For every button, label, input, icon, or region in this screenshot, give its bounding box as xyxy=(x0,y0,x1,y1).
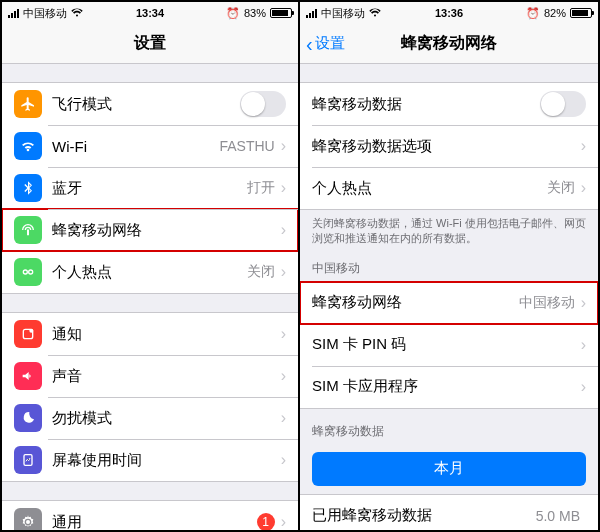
page-title: 设置 xyxy=(134,33,166,54)
chevron-right-icon: › xyxy=(281,409,286,427)
row-detail: 打开 xyxy=(247,179,275,197)
dnd-icon xyxy=(14,404,42,432)
row-detail: 中国移动 xyxy=(519,294,575,312)
status-bar: 中国移动 13:34 ⏰ 83% xyxy=(2,2,298,24)
row-label: 屏幕使用时间 xyxy=(52,451,142,470)
group-footer: 关闭蜂窝移动数据，通过 Wi-Fi 使用包括电子邮件、网页浏览和推送通知在内的所… xyxy=(300,210,598,246)
row-used-data[interactable]: 已用蜂窝移动数据 5.0 MB xyxy=(300,495,598,530)
sound-icon xyxy=(14,362,42,390)
row-general[interactable]: 通用 1 › xyxy=(2,501,298,530)
row-label: 个人热点 xyxy=(52,263,112,282)
chevron-right-icon: › xyxy=(281,325,286,343)
chevron-right-icon: › xyxy=(581,137,586,155)
chevron-right-icon: › xyxy=(281,513,286,530)
cellular-data-toggle[interactable] xyxy=(540,91,586,117)
hotspot-icon xyxy=(14,258,42,286)
chevron-right-icon: › xyxy=(281,451,286,469)
row-detail: FASTHU xyxy=(219,138,274,154)
chevron-right-icon: › xyxy=(281,137,286,155)
clock-label: 13:34 xyxy=(2,7,298,19)
row-label: 飞行模式 xyxy=(52,95,112,114)
cellular-group-1: 蜂窝移动数据 蜂窝移动数据选项 › 个人热点 关闭 › xyxy=(300,82,598,210)
svg-point-3 xyxy=(29,329,33,333)
row-notifications[interactable]: 通知 › xyxy=(2,313,298,355)
row-label: 声音 xyxy=(52,367,82,386)
row-label: 已用蜂窝移动数据 xyxy=(312,506,432,525)
section-header-carrier: 中国移动 xyxy=(300,246,598,281)
nav-bar: 设置 xyxy=(2,24,298,64)
cellular-group-3: 已用蜂窝移动数据 5.0 MB 漫游 0 字节 › 系统服务 4.5 MB xyxy=(300,494,598,530)
back-button[interactable]: ‹ 设置 xyxy=(306,34,345,54)
clock-label: 13:36 xyxy=(300,7,598,19)
row-label: SIM 卡应用程序 xyxy=(312,377,418,396)
row-detail: 关闭 xyxy=(247,263,275,281)
row-sound[interactable]: 声音 › xyxy=(2,355,298,397)
settings-group-2: 通知 › 声音 › 勿扰模式 › 屏幕使用时间 › xyxy=(2,312,298,482)
row-detail: 关闭 xyxy=(547,179,575,197)
row-label: SIM 卡 PIN 码 xyxy=(312,335,406,354)
row-label: 蜂窝移动数据 xyxy=(312,95,402,114)
row-cellular-data[interactable]: 蜂窝移动数据 xyxy=(300,83,598,125)
nav-bar: ‹ 设置 蜂窝移动网络 xyxy=(300,24,598,64)
row-detail: 5.0 MB xyxy=(536,508,580,524)
notifications-icon xyxy=(14,320,42,348)
airplane-icon xyxy=(14,90,42,118)
chevron-right-icon: › xyxy=(581,336,586,354)
chevron-right-icon: › xyxy=(581,179,586,197)
row-wifi[interactable]: Wi-Fi FASTHU › xyxy=(2,125,298,167)
row-sim-apps[interactable]: SIM 卡应用程序 › xyxy=(300,366,598,408)
row-cellular-options[interactable]: 蜂窝移动数据选项 › xyxy=(300,125,598,167)
row-label: Wi-Fi xyxy=(52,138,87,155)
period-label: 本月 xyxy=(434,459,464,478)
row-airplane-mode[interactable]: 飞行模式 xyxy=(2,83,298,125)
row-label: 蜂窝移动网络 xyxy=(312,293,402,312)
row-label: 蜂窝移动数据选项 xyxy=(312,137,432,156)
section-header-data: 蜂窝移动数据 xyxy=(300,409,598,444)
cellular-group-2: 蜂窝移动网络 中国移动 › SIM 卡 PIN 码 › SIM 卡应用程序 › xyxy=(300,281,598,409)
chevron-right-icon: › xyxy=(281,221,286,239)
back-label: 设置 xyxy=(315,34,345,53)
chevron-left-icon: ‹ xyxy=(306,34,313,54)
current-period-button[interactable]: 本月 xyxy=(312,452,586,486)
row-label: 通用 xyxy=(52,513,82,531)
wifi-settings-icon xyxy=(14,132,42,160)
row-bluetooth[interactable]: 蓝牙 打开 › xyxy=(2,167,298,209)
row-sim-pin[interactable]: SIM 卡 PIN 码 › xyxy=(300,324,598,366)
page-title: 蜂窝移动网络 xyxy=(401,33,497,54)
svg-point-1 xyxy=(29,270,33,274)
row-label: 通知 xyxy=(52,325,82,344)
row-cellular[interactable]: 蜂窝移动网络 › xyxy=(2,209,298,251)
left-phone: 中国移动 13:34 ⏰ 83% 设置 飞行模式 xyxy=(2,2,300,530)
row-label: 蓝牙 xyxy=(52,179,82,198)
svg-point-5 xyxy=(26,520,30,524)
cellular-icon xyxy=(14,216,42,244)
chevron-right-icon: › xyxy=(581,378,586,396)
airplane-toggle[interactable] xyxy=(240,91,286,117)
row-dnd[interactable]: 勿扰模式 › xyxy=(2,397,298,439)
chevron-right-icon: › xyxy=(281,179,286,197)
gear-icon xyxy=(14,508,42,530)
settings-group-1: 飞行模式 Wi-Fi FASTHU › 蓝牙 打开 › xyxy=(2,82,298,294)
row-label: 个人热点 xyxy=(312,179,372,198)
row-screentime[interactable]: 屏幕使用时间 › xyxy=(2,439,298,481)
screentime-icon xyxy=(14,446,42,474)
badge: 1 xyxy=(257,513,275,530)
row-hotspot[interactable]: 个人热点 关闭 › xyxy=(2,251,298,293)
row-label: 蜂窝移动网络 xyxy=(52,221,142,240)
battery-icon xyxy=(570,8,592,18)
row-cellular-network[interactable]: 蜂窝移动网络 中国移动 › xyxy=(300,282,598,324)
bluetooth-icon xyxy=(14,174,42,202)
svg-point-0 xyxy=(23,270,27,274)
status-bar: 中国移动 13:36 ⏰ 82% xyxy=(300,2,598,24)
settings-group-3: 通用 1 › 控制中心 › xyxy=(2,500,298,530)
right-phone: 中国移动 13:36 ⏰ 82% ‹ 设置 蜂窝移动网络 蜂窝移动数据 xyxy=(300,2,598,530)
chevron-right-icon: › xyxy=(581,294,586,312)
row-personal-hotspot[interactable]: 个人热点 关闭 › xyxy=(300,167,598,209)
battery-icon xyxy=(270,8,292,18)
chevron-right-icon: › xyxy=(281,263,286,281)
chevron-right-icon: › xyxy=(281,367,286,385)
row-label: 勿扰模式 xyxy=(52,409,112,428)
